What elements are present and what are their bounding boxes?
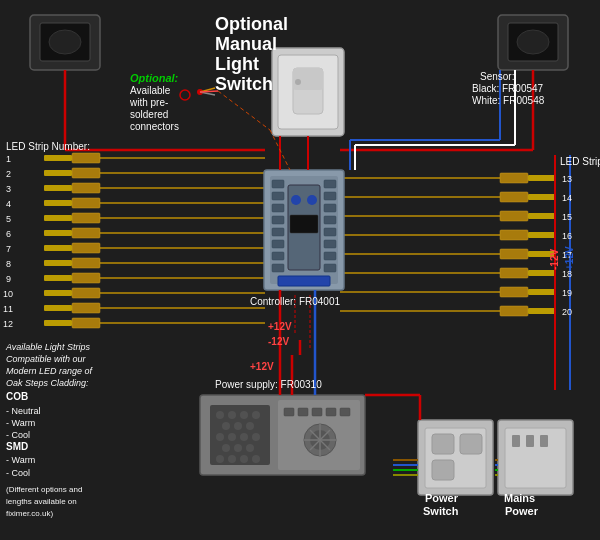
svg-text:soldered: soldered <box>130 109 168 120</box>
svg-rect-44 <box>500 173 528 183</box>
svg-rect-77 <box>324 180 336 188</box>
svg-text:11: 11 <box>3 304 13 314</box>
svg-rect-18 <box>44 200 72 206</box>
svg-point-99 <box>240 411 248 419</box>
svg-rect-14 <box>72 183 100 193</box>
svg-point-104 <box>216 433 224 441</box>
svg-text:Optional: Optional <box>215 14 288 34</box>
svg-rect-65 <box>500 306 528 316</box>
svg-point-107 <box>252 433 260 441</box>
svg-rect-75 <box>272 252 284 260</box>
svg-rect-63 <box>528 289 556 295</box>
svg-rect-21 <box>44 215 72 221</box>
svg-rect-74 <box>272 240 284 248</box>
svg-rect-12 <box>44 170 72 176</box>
svg-text:- Neutral: - Neutral <box>6 406 41 416</box>
svg-rect-76 <box>272 264 284 272</box>
svg-rect-134 <box>512 435 520 447</box>
svg-point-108 <box>222 444 230 452</box>
svg-point-109 <box>234 444 242 452</box>
svg-text:LED Strip Number:: LED Strip Number: <box>6 141 90 152</box>
svg-text:2: 2 <box>6 169 11 179</box>
svg-rect-38 <box>72 303 100 313</box>
svg-text:19: 19 <box>562 288 572 298</box>
svg-rect-70 <box>272 192 284 200</box>
svg-rect-26 <box>72 243 100 253</box>
svg-rect-72 <box>272 216 284 224</box>
svg-text:Optional:: Optional: <box>130 72 179 84</box>
svg-text:- Cool: - Cool <box>6 468 30 478</box>
svg-point-102 <box>234 422 242 430</box>
svg-text:20: 20 <box>562 307 572 317</box>
svg-text:15: 15 <box>562 212 572 222</box>
svg-point-94 <box>295 79 301 85</box>
svg-rect-39 <box>44 305 72 311</box>
svg-rect-130 <box>460 434 482 454</box>
svg-rect-84 <box>324 264 336 272</box>
svg-rect-79 <box>324 204 336 212</box>
svg-point-114 <box>252 455 260 463</box>
svg-rect-62 <box>500 287 528 297</box>
svg-rect-81 <box>324 228 336 236</box>
svg-text:+12V: +12V <box>268 321 292 332</box>
svg-rect-33 <box>44 275 72 281</box>
svg-point-110 <box>246 444 254 452</box>
svg-rect-36 <box>44 290 72 296</box>
svg-rect-23 <box>72 228 100 238</box>
svg-text:connectors: connectors <box>130 121 179 132</box>
svg-point-86 <box>291 195 301 205</box>
svg-rect-27 <box>44 245 72 251</box>
svg-rect-50 <box>500 211 528 221</box>
svg-text:Sensor:: Sensor: <box>480 71 514 82</box>
svg-rect-71 <box>272 204 284 212</box>
svg-point-98 <box>228 411 236 419</box>
svg-text:1: 1 <box>6 154 11 164</box>
svg-rect-69 <box>272 180 284 188</box>
svg-rect-53 <box>500 230 528 240</box>
svg-rect-82 <box>324 240 336 248</box>
svg-point-87 <box>307 195 317 205</box>
svg-text:+12V: +12V <box>564 246 575 270</box>
svg-rect-41 <box>72 318 100 328</box>
svg-rect-45 <box>528 175 556 181</box>
svg-text:lengths available on: lengths available on <box>6 497 77 506</box>
svg-rect-20 <box>72 213 100 223</box>
svg-text:Compatible with our: Compatible with our <box>6 354 87 364</box>
svg-point-100 <box>252 411 260 419</box>
svg-text:Manual: Manual <box>215 34 277 54</box>
svg-point-103 <box>246 422 254 430</box>
svg-rect-47 <box>500 192 528 202</box>
svg-rect-117 <box>298 408 308 416</box>
svg-text:Light: Light <box>215 54 259 74</box>
svg-text:- Warm: - Warm <box>6 455 35 465</box>
svg-rect-54 <box>528 232 556 238</box>
svg-rect-66 <box>528 308 556 314</box>
svg-rect-8 <box>72 153 100 163</box>
svg-point-105 <box>228 433 236 441</box>
svg-point-111 <box>216 455 224 463</box>
svg-text:Modern LED range of: Modern LED range of <box>6 366 94 376</box>
svg-text:Power: Power <box>505 505 539 517</box>
svg-text:fiximer.co.uk): fiximer.co.uk) <box>6 509 53 518</box>
svg-rect-29 <box>72 258 100 268</box>
svg-rect-17 <box>72 198 100 208</box>
svg-rect-15 <box>44 185 72 191</box>
svg-rect-89 <box>278 276 330 286</box>
svg-rect-118 <box>312 408 322 416</box>
svg-point-97 <box>216 411 224 419</box>
svg-text:White: FR00548: White: FR00548 <box>472 95 545 106</box>
svg-text:12: 12 <box>3 319 13 329</box>
svg-text:9: 9 <box>6 274 11 284</box>
svg-rect-35 <box>72 288 100 298</box>
svg-text:13: 13 <box>562 174 572 184</box>
svg-text:Controller: FR04001: Controller: FR04001 <box>250 296 340 307</box>
svg-point-113 <box>240 455 248 463</box>
svg-text:Oak Steps Cladding:: Oak Steps Cladding: <box>6 378 89 388</box>
svg-text:Power: Power <box>425 492 459 504</box>
svg-text:5: 5 <box>6 214 11 224</box>
svg-point-112 <box>228 455 236 463</box>
svg-text:Switch: Switch <box>423 505 459 517</box>
svg-text:SMD: SMD <box>6 441 28 452</box>
svg-rect-129 <box>432 434 454 454</box>
svg-text:-12V: -12V <box>549 249 560 270</box>
